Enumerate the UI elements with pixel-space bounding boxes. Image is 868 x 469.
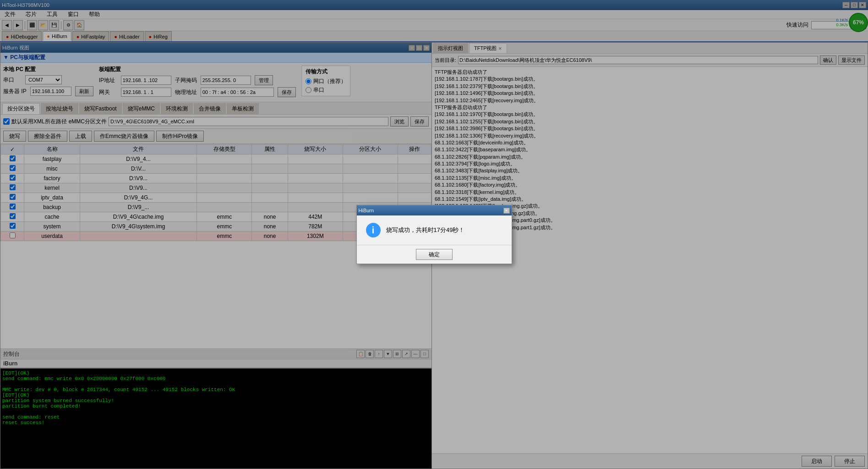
modal-ok-btn[interactable]: 确定: [416, 249, 453, 260]
modal-close-btn[interactable]: ✕: [503, 208, 510, 214]
modal-titlebar: HiBurn ✕: [357, 205, 512, 215]
modal-overlay: HiBurn ✕ i 烧写成功，共耗时17分49秒！ 确定: [0, 0, 868, 469]
modal-buttons: 确定: [357, 245, 512, 264]
modal-content: i 烧写成功，共耗时17分49秒！: [357, 215, 512, 245]
modal-title: HiBurn: [359, 208, 374, 213]
modal-dialog: HiBurn ✕ i 烧写成功，共耗时17分49秒！ 确定: [356, 205, 512, 264]
modal-icon: i: [366, 223, 381, 237]
modal-icon-symbol: i: [372, 225, 375, 236]
modal-message: 烧写成功，共耗时17分49秒！: [386, 226, 465, 234]
